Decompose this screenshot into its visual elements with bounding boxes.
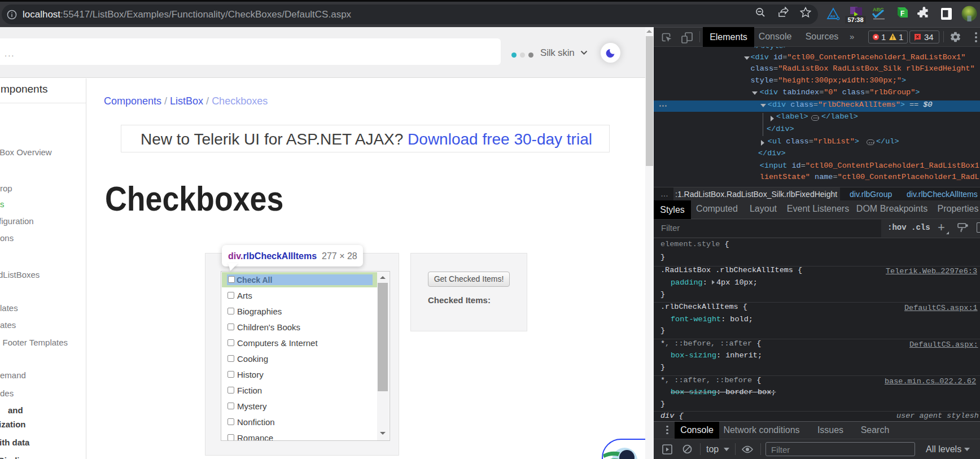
svg-text:ax: ax [830,14,835,19]
svg-text:F: F [900,10,904,18]
